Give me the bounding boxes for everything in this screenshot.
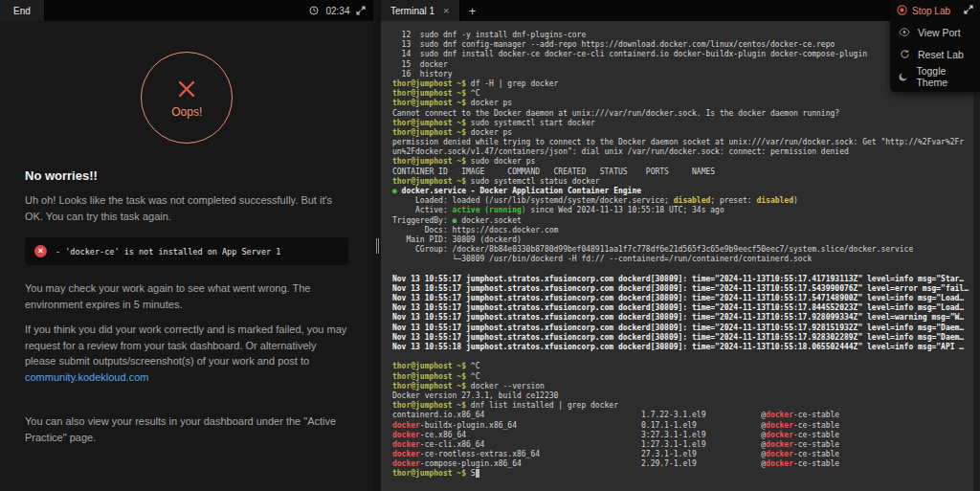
terminal-line: thor@jumphost ~$ S <box>392 469 969 479</box>
terminal-line <box>392 265 969 275</box>
result-message-1: Uh oh! Looks like the task was not compl… <box>25 192 348 224</box>
terminal-line: Nov 13 10:55:17 jumphost.stratos.xfusion… <box>392 333 969 343</box>
error-item: × - 'docker-ce' is not installed on App … <box>25 237 348 265</box>
terminal-line: Nov 13 10:55:17 jumphost.stratos.xfusion… <box>392 313 969 323</box>
menu-item-label: Reset Lab <box>918 49 964 60</box>
timer-clock-icon <box>309 6 319 15</box>
tab-end-label: End <box>13 6 31 16</box>
new-terminal-button[interactable]: + <box>460 0 485 21</box>
terminal-line: Nov 13 10:55:17 jumphost.stratos.xfusion… <box>392 275 969 284</box>
terminal-line: └─30809 /usr/bin/dockerd -H fd:// --cont… <box>392 255 969 264</box>
terminal-line: Nov 13 10:55:18 jumphost.stratos.xfusion… <box>392 343 969 352</box>
terminal-line: thor@jumphost ~$ sudo systemctl start do… <box>392 119 969 128</box>
terminal-output[interactable]: 12 sudo dnf -y install dnf-plugins-core … <box>381 21 980 483</box>
stop-lab-label: Stop Lab <box>912 6 950 16</box>
terminal-line: docker-ce-rootless-extras.x86_64 27.3.1-… <box>392 450 969 459</box>
terminal-line: Nov 13 10:55:17 jumphost.stratos.xfusion… <box>392 303 969 313</box>
lab-menu: Stop Lab View Port Reset Lab Toggle Them… <box>890 0 980 92</box>
terminal-line: thor@jumphost ~$ ^C <box>392 89 969 99</box>
terminal-panel: Terminal 1 × + 12 sudo dnf -y install dn… <box>381 0 980 491</box>
left-topbar: End 02:34 <box>0 0 373 21</box>
terminal-line: Loaded: loaded (/usr/lib/systemd/system/… <box>392 196 969 206</box>
terminal-line: thor@jumphost ~$ sudo docker ps <box>392 157 969 167</box>
menu-item-toggle-theme[interactable]: Toggle Theme <box>890 65 980 87</box>
result-message-4: You can also view your results in your d… <box>25 413 348 445</box>
terminal-line: TriggeredBy: ● docker.socket <box>392 216 969 226</box>
menu-item-view-port[interactable]: View Port <box>890 21 980 43</box>
terminal-line: Nov 13 10:55:17 jumphost.stratos.xfusion… <box>392 284 969 294</box>
terminal-line: thor@jumphost ~$ dnf list installed | gr… <box>392 401 969 411</box>
result-message-3-text: If you think you did your work correctly… <box>25 324 346 367</box>
terminal-line: 14 sudo dnf install docker-ce docker-ce-… <box>392 50 969 59</box>
stop-icon <box>897 5 907 17</box>
terminal-line: un%2Fdocker.sock/v1.47/containers/json":… <box>392 147 969 157</box>
terminal-line: containerd.io.x86_64 1.7.22-3.1.el9 @doc… <box>392 411 969 420</box>
terminal-line: thor@jumphost ~$ df -H | grep docker <box>392 79 969 89</box>
oops-label: Oops! <box>171 105 202 119</box>
eye-icon <box>899 28 910 36</box>
terminal-line: thor@jumphost ~$ docker --version <box>392 382 969 391</box>
menu-item-reset-lab[interactable]: Reset Lab <box>890 43 980 65</box>
terminal-line: permission denied while trying to connec… <box>392 138 969 147</box>
moon-icon <box>899 72 908 81</box>
timer-value: 02:34 <box>325 6 349 16</box>
terminal-line: Docs: https://docs.docker.com <box>392 226 969 235</box>
terminal-line: Main PID: 30809 (dockerd) <box>392 235 969 245</box>
terminal-line: docker-buildx-plugin.x86_64 0.17.1-1.el9… <box>392 421 969 431</box>
terminal-line: docker-ce-cli.x86_64 1:27.3.1-1.el9 @doc… <box>392 440 969 450</box>
terminal-line: Cannot connect to the Docker daemon at u… <box>392 109 969 119</box>
expand-panel-icon[interactable] <box>356 6 366 15</box>
terminal-line: thor@jumphost ~$ ^C <box>392 372 969 382</box>
terminal-line: CGroup: /docker/8b84e0330b8780d99bef0489… <box>392 245 969 255</box>
resizer-grip-icon <box>376 238 379 254</box>
terminal-line: Nov 13 10:55:17 jumphost.stratos.xfusion… <box>392 294 969 303</box>
terminal-line: 15 docker <box>392 60 969 70</box>
tab-terminal-1[interactable]: Terminal 1 × <box>381 0 460 21</box>
terminal-line: 16 history <box>392 70 969 79</box>
tab-end[interactable]: End <box>0 0 45 21</box>
result-heading: No worries!! <box>25 168 348 183</box>
close-tab-icon[interactable]: × <box>443 5 449 16</box>
terminal-body: 12 sudo dnf -y install dnf-plugins-core … <box>381 21 980 491</box>
result-message-3: If you think you did your work correctly… <box>25 322 348 385</box>
expand-terminal-icon[interactable] <box>964 5 973 16</box>
error-text: - 'docker-ce' is not installed on App Se… <box>56 247 280 257</box>
result-message-2: You may check your work again to see wha… <box>25 280 348 312</box>
terminal-line: Docker version 27.3.1, build ce12230 <box>392 391 969 401</box>
tab-terminal-1-label: Terminal 1 <box>390 6 434 16</box>
error-x-icon <box>175 78 198 102</box>
menu-item-label: Toggle Theme <box>916 65 971 88</box>
terminal-line: docker-ce.x86_64 3:27.3.1-1.el9 @docker-… <box>392 431 969 440</box>
terminal-line: ● docker.service - Docker Application Co… <box>392 187 969 196</box>
terminal-line: thor@jumphost ~$ ^C <box>392 362 969 371</box>
task-result-panel: End 02:34 Oops! No worries!! Uh oh! Look… <box>0 0 373 491</box>
stop-lab-button[interactable]: Stop Lab <box>890 0 980 21</box>
reset-icon <box>899 49 910 59</box>
terminal-line: thor@jumphost ~$ docker ps <box>392 128 969 138</box>
oops-badge: Oops! <box>141 52 233 144</box>
terminal-line: thor@jumphost ~$ sudo systemctl status d… <box>392 177 969 187</box>
terminal-line <box>392 352 969 362</box>
terminal-line: Active: active (running) since Wed 2024-… <box>392 206 969 215</box>
terminal-line: Nov 13 10:55:17 jumphost.stratos.xfusion… <box>392 324 969 333</box>
menu-item-label: View Port <box>918 27 961 38</box>
terminal-line: docker-compose-plugin.x86_64 2.29.7-1.el… <box>392 459 969 469</box>
community-link[interactable]: community.kodekloud.com <box>25 371 148 383</box>
terminal-line: 13 sudo dnf config-manager --add-repo ht… <box>392 40 969 50</box>
error-circle-icon: × <box>34 245 47 257</box>
terminal-line: CONTAINER ID IMAGE COMMAND CREATED STATU… <box>392 167 969 177</box>
terminal-line: 12 sudo dnf -y install dnf-plugins-core <box>392 31 969 40</box>
panel-resizer[interactable] <box>373 0 380 491</box>
terminal-line: thor@jumphost ~$ docker ps <box>392 99 969 108</box>
